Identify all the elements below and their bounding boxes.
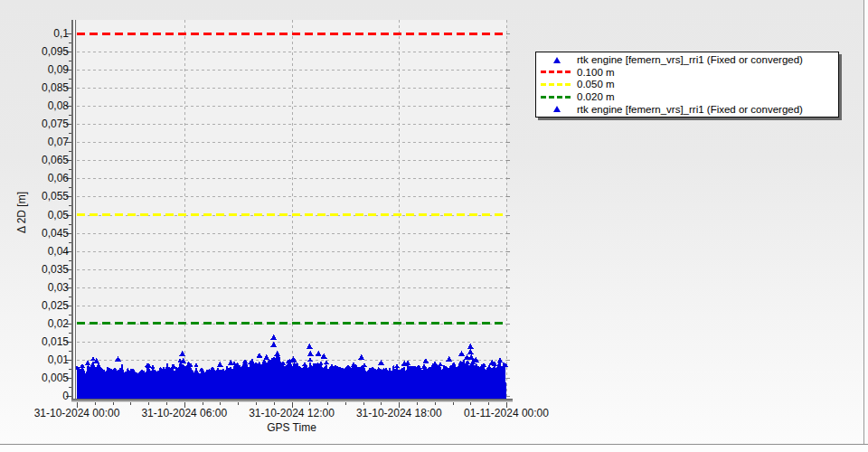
triangle-marker-icon xyxy=(536,57,577,63)
legend-item-label: 0.050 m xyxy=(577,79,615,89)
y-tick-label: 0,055 xyxy=(0,190,69,202)
legend-item: rtk engine [femern_vrs]_rri1 (Fixed or c… xyxy=(536,103,838,115)
y-tick-label: 0,035 xyxy=(0,263,69,276)
y-tick-label: 0,01 xyxy=(0,353,69,366)
dash-line-icon xyxy=(536,71,577,73)
y-tick-label: 0,07 xyxy=(0,136,69,148)
y-tick-label: 0,085 xyxy=(0,81,69,94)
triangle-marker-icon xyxy=(536,106,577,112)
legend-item-label: 0.020 m xyxy=(577,91,615,102)
y-tick-label: 0,015 xyxy=(0,335,69,348)
y-tick-label: 0,04 xyxy=(0,245,69,258)
chart-window: Δ 2D [m] 0,10,0950,090,0850,080,0750,070… xyxy=(0,0,868,452)
legend-item-label: rtk engine [femern_vrs]_rri1 (Fixed or c… xyxy=(577,104,803,115)
legend-item: 0.020 m xyxy=(536,91,838,103)
panel-right-highlight xyxy=(864,0,868,445)
y-tick-label: 0,045 xyxy=(0,227,69,240)
legend-item: 0.050 m xyxy=(536,79,838,90)
panel-bottom-highlight xyxy=(0,445,868,452)
legend-item-label: rtk engine [femern_vrs]_rri1 (Fixed or c… xyxy=(577,54,803,65)
legend-item-label: 0.100 m xyxy=(577,67,615,78)
y-tick-label: 0,08 xyxy=(0,99,69,112)
legend-item: rtk engine [femern_vrs]_rri1 (Fixed or c… xyxy=(536,54,838,66)
y-tick-label: 0,1 xyxy=(0,27,69,40)
dash-line-icon xyxy=(536,83,577,86)
y-tick-label: 0,05 xyxy=(0,209,69,221)
legend-item: 0.100 m xyxy=(536,66,838,78)
y-tick-label: 0,005 xyxy=(0,372,69,384)
x-tick-label: 01-11-2024 00:00 xyxy=(434,407,579,419)
y-tick-label: 0,03 xyxy=(0,281,69,294)
y-tick-label: 0,09 xyxy=(0,63,69,76)
y-tick-label: 0,075 xyxy=(0,118,69,130)
y-tick-label: 0,025 xyxy=(0,299,69,312)
y-tick-label: 0,095 xyxy=(0,45,69,58)
y-tick-label: 0 xyxy=(0,390,69,402)
dash-line-icon xyxy=(536,96,577,99)
y-tick-label: 0,02 xyxy=(0,317,69,330)
x-axis-title: GPS Time xyxy=(77,421,506,434)
legend: rtk engine [femern_vrs]_rri1 (Fixed or c… xyxy=(535,52,839,118)
y-tick-label: 0,06 xyxy=(0,172,69,184)
y-tick-label: 0,065 xyxy=(0,154,69,166)
